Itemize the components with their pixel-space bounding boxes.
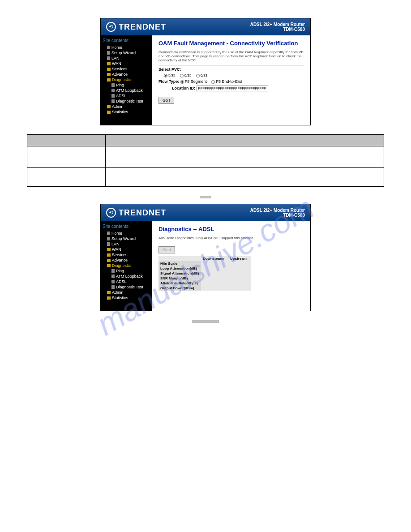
sidebar-title: Site contents:	[103, 38, 150, 43]
folder-icon	[107, 78, 111, 82]
radio-icon	[180, 74, 184, 77]
page-description: Connectivity verification is supported b…	[158, 50, 304, 65]
sidebar-item-admin[interactable]: Admin	[103, 290, 150, 295]
flow-type-radio-2[interactable]: F5 End-to-End	[211, 79, 242, 84]
model-info: ADSL 2/2+ Modem Router TDM-C500	[250, 208, 305, 218]
pvc-radio-2[interactable]: 0/35	[180, 73, 192, 77]
folder-icon	[107, 62, 111, 65]
brand-logo: ⟲ TRENDNET	[106, 22, 166, 32]
page-icon	[107, 46, 110, 49]
sidebar-item-diagnostic[interactable]: Diagnostic	[103, 77, 150, 82]
flow-type-radio-1[interactable]: F5 Segment	[180, 79, 207, 84]
router-ui-adsl: ⟲ TRENDNET ADSL 2/2+ Modem Router TDM-C5…	[100, 204, 311, 311]
sidebar-item-adsl[interactable]: ADSL	[103, 93, 150, 99]
adsl-row-snr: SNR Margin(dB)	[158, 276, 251, 281]
adsl-diagnostics-table: Downstream Upstream Hlin Scale Loop Atte…	[158, 256, 251, 291]
sidebar-item-adsl[interactable]: ADSL	[103, 279, 150, 284]
sidebar-item-services[interactable]: Services	[103, 66, 150, 72]
sidebar-nav: Site contents: Home Setup Wizard LAN WAN…	[101, 221, 152, 311]
adsl-col-blank	[158, 256, 201, 261]
doc-instruction-go	[27, 196, 384, 198]
sidebar-item-setup-wizard[interactable]: Setup Wizard	[103, 236, 150, 241]
page-icon	[111, 269, 115, 273]
location-id-label: Location ID:	[172, 86, 195, 90]
sidebar-item-diagnostic-test[interactable]: Diagnostic Test	[103, 99, 150, 104]
sidebar-item-lan[interactable]: LAN	[103, 56, 150, 61]
sidebar-item-advance[interactable]: Advance	[103, 72, 150, 77]
folder-icon	[107, 248, 111, 251]
model-number: TDM-C500	[250, 27, 305, 32]
field-description-table	[27, 134, 384, 187]
select-pvc-label: Select PVC:	[158, 67, 181, 72]
radio-icon	[211, 80, 215, 84]
pvc-radio-3[interactable]: 0/33	[196, 73, 208, 77]
logo-icon: ⟲	[106, 208, 116, 218]
brand-text: TRENDNET	[119, 22, 166, 32]
radio-icon	[196, 74, 200, 77]
sidebar-nav: Site contents: Home Setup Wizard LAN WAN…	[101, 35, 152, 125]
folder-icon	[107, 105, 111, 108]
sidebar-item-statistics[interactable]: Statistics	[103, 295, 150, 300]
adsl-col-downstream: Downstream	[201, 256, 226, 261]
page-icon	[111, 275, 115, 278]
oam-content: OAM Fault Management - Connectivity Veri…	[152, 35, 310, 125]
sidebar-item-admin[interactable]: Admin	[103, 104, 150, 109]
table-header-field	[27, 135, 106, 146]
page-icon	[107, 51, 110, 55]
adsl-col-upstream: Upstream	[226, 256, 251, 261]
adsl-row-hlin: Hlin Scale	[158, 261, 251, 266]
product-line: ADSL 2/2+ Modem Router	[250, 208, 305, 213]
location-id-input[interactable]	[197, 86, 268, 91]
page-title: OAM Fault Management - Connectivity Veri…	[158, 40, 304, 47]
page-description: Adsl Tone Diagnostics. Only ADSL2/2+ sup…	[158, 236, 304, 243]
table-row	[27, 168, 384, 187]
model-info: ADSL 2/2+ Modem Router TDM-C500	[250, 22, 305, 32]
model-number: TDM-C500	[250, 213, 305, 218]
go-button[interactable]: Go !	[158, 97, 174, 104]
sidebar-item-diagnostic[interactable]: Diagnostic	[103, 263, 150, 268]
page-icon	[107, 237, 110, 240]
table-header-description	[106, 135, 384, 146]
table-row	[27, 157, 384, 168]
page-icon	[111, 280, 115, 283]
sidebar-item-wan[interactable]: WAN	[103, 247, 150, 252]
sidebar-item-ping[interactable]: Ping	[103, 82, 150, 88]
sidebar-item-services[interactable]: Services	[103, 252, 150, 257]
sidebar-item-atm-loopback[interactable]: ATM Loopback	[103, 274, 150, 279]
folder-icon	[107, 291, 111, 294]
inline-go-button	[200, 196, 211, 198]
page-icon	[111, 285, 115, 289]
page-title: Diagnostics -- ADSL	[158, 226, 304, 232]
page-icon	[111, 99, 115, 103]
flow-type-label: Flow Type:	[158, 79, 179, 84]
sidebar-item-wan[interactable]: WAN	[103, 61, 150, 66]
sidebar-item-statistics[interactable]: Statistics	[103, 109, 150, 115]
router-ui-oam: ⟲ TRENDNET ADSL 2/2+ Modem Router TDM-C5…	[100, 18, 311, 125]
logo-icon: ⟲	[106, 22, 116, 32]
brand-logo: ⟲ TRENDNET	[106, 208, 166, 218]
sidebar-item-advance[interactable]: Advance	[103, 257, 150, 263]
router-header: ⟲ TRENDNET ADSL 2/2+ Modem Router TDM-C5…	[101, 204, 310, 221]
doc-instruction-start	[27, 320, 384, 323]
page-icon	[111, 83, 115, 87]
pvc-radio-group: 5/35 0/35 0/33	[158, 73, 304, 77]
sidebar-item-setup-wizard[interactable]: Setup Wizard	[103, 50, 150, 56]
sidebar-item-lan[interactable]: LAN	[103, 241, 150, 247]
radio-icon	[180, 80, 184, 84]
brand-text: TRENDNET	[119, 208, 166, 218]
inline-start-button	[192, 320, 219, 323]
sidebar-title: Site contents:	[103, 224, 150, 229]
sidebar-item-diagnostic-test[interactable]: Diagnostic Test	[103, 284, 150, 290]
sidebar-item-home[interactable]: Home	[103, 45, 150, 50]
product-line: ADSL 2/2+ Modem Router	[250, 22, 305, 27]
sidebar-item-home[interactable]: Home	[103, 231, 150, 236]
start-button[interactable]: Start	[158, 246, 175, 253]
adsl-row-signal-attn: Signal Attenuation(dB)	[158, 271, 251, 276]
table-row	[27, 146, 384, 157]
folder-icon	[107, 259, 111, 262]
sidebar-item-ping[interactable]: Ping	[103, 268, 150, 274]
adsl-content: Diagnostics -- ADSL Adsl Tone Diagnostic…	[152, 221, 310, 311]
sidebar-item-atm-loopback[interactable]: ATM Loopback	[103, 88, 150, 93]
folder-icon	[107, 73, 111, 76]
pvc-radio-1[interactable]: 5/35	[164, 73, 176, 77]
